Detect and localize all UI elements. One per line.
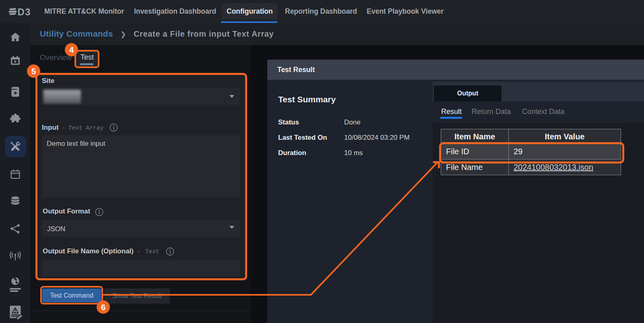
svg-text:D3: D3 (18, 6, 31, 17)
